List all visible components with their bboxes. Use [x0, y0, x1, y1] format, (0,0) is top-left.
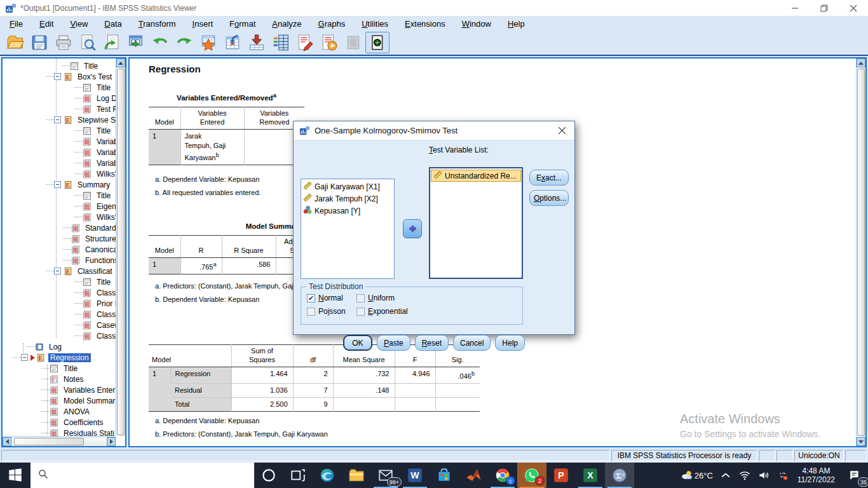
- scroll-up-icon[interactable]: [857, 58, 865, 67]
- edge-icon[interactable]: [313, 463, 342, 488]
- chrome-icon[interactable]: c: [488, 463, 517, 488]
- checkbox-normal[interactable]: ✔Normal: [307, 294, 350, 302]
- tree-item-variables-enter-30[interactable]: Variables Enter: [3, 384, 116, 395]
- wifi-icon[interactable]: [735, 463, 754, 488]
- tree-item-title-0[interactable]: Title: [3, 60, 116, 71]
- save-file-icon[interactable]: [27, 32, 51, 53]
- matlab-icon[interactable]: [459, 463, 488, 488]
- volume-icon[interactable]: [754, 463, 773, 488]
- tree-item-structure-m-16[interactable]: Structure M: [3, 233, 116, 244]
- cortana-icon[interactable]: [254, 463, 283, 488]
- tree-item-class-21[interactable]: Class: [3, 287, 116, 298]
- variable-kepuasan-y[interactable]: Kepuasan [Y]: [301, 205, 394, 217]
- menu-graphs[interactable]: Graphs: [310, 18, 354, 30]
- word-icon[interactable]: W: [400, 463, 430, 488]
- menu-help[interactable]: Help: [499, 18, 533, 30]
- menu-insert[interactable]: Insert: [184, 18, 222, 30]
- show-all-icon[interactable]: [365, 32, 390, 53]
- tree-item-wilks-14[interactable]: Wilks': [3, 212, 116, 222]
- outline-horizontal-scrollbar[interactable]: [3, 437, 116, 446]
- tree-item-eigenv-13[interactable]: Eigenv: [3, 201, 116, 212]
- tree-item-title-6[interactable]: Title: [3, 125, 116, 136]
- start-button[interactable]: [0, 463, 31, 488]
- go-to-case-icon[interactable]: [220, 32, 245, 53]
- tree-item-title-28[interactable]: Title: [3, 363, 116, 374]
- tree-item-casew-24[interactable]: Casew: [3, 320, 116, 330]
- taskbar-clock[interactable]: 4:48 AM11/27/2022: [792, 466, 840, 484]
- file-explorer-icon[interactable]: [342, 463, 371, 488]
- notifications-icon[interactable]: 35: [840, 463, 868, 488]
- collapse-icon[interactable]: [54, 116, 61, 123]
- collapse-icon[interactable]: [54, 268, 61, 274]
- tree-item-regression-27[interactable]: ERegression: [3, 352, 116, 363]
- weather-icon[interactable]: 26°C: [677, 463, 716, 488]
- mail-icon[interactable]: 99+: [371, 463, 400, 488]
- edit-output-icon[interactable]: [293, 32, 317, 53]
- scroll-left-icon[interactable]: [3, 437, 11, 446]
- run-script-icon[interactable]: [317, 32, 341, 53]
- tree-item-stepwise-s-5[interactable]: EStepwise S: [3, 114, 116, 125]
- close-icon[interactable]: [839, 0, 868, 16]
- close-icon[interactable]: [549, 121, 574, 140]
- tree-item-title-2[interactable]: Title: [3, 82, 116, 93]
- scrollbar-thumb[interactable]: [117, 69, 125, 435]
- tree-item-coefficients-33[interactable]: Coefficients: [3, 417, 116, 428]
- tree-item-class-23[interactable]: Class: [3, 309, 116, 320]
- menu-transform[interactable]: Transform: [130, 18, 184, 30]
- options-button[interactable]: Options...: [529, 190, 569, 206]
- variable-unstandardized-re[interactable]: Unstandardized Re...: [431, 170, 521, 182]
- tree-item-wilks-10[interactable]: Wilks': [3, 168, 116, 179]
- tree-item-anova-32[interactable]: ANOVA: [3, 406, 116, 417]
- reset-button[interactable]: Reset: [415, 335, 449, 351]
- tree-item-summary-11[interactable]: ESummary: [3, 179, 116, 190]
- minimize-icon[interactable]: [780, 0, 810, 16]
- menu-edit[interactable]: Edit: [31, 18, 62, 30]
- sync-error-icon[interactable]: [773, 463, 792, 488]
- menu-window[interactable]: Window: [454, 18, 499, 30]
- tree-item-model-summar-31[interactable]: Model Summar: [3, 395, 116, 406]
- tree-item-log-26[interactable]: Log: [3, 341, 116, 352]
- print-preview-icon[interactable]: [76, 32, 100, 53]
- print-icon[interactable]: [51, 32, 76, 53]
- powerpoint-icon[interactable]: P: [546, 463, 576, 488]
- variable-gaji-karyawan-x1[interactable]: Gaji Karyawan [X1]: [301, 180, 394, 193]
- tree-item-title-20[interactable]: Title: [3, 276, 116, 287]
- tree-item-classificat-19[interactable]: EClassificat: [3, 266, 116, 276]
- anova-table[interactable]: ModelSum ofSquaresdfMean SquareFSig.1Reg…: [149, 344, 480, 412]
- tree-item-functions-18[interactable]: Functions: [3, 255, 116, 266]
- tree-item-log-d-3[interactable]: Log D: [3, 93, 116, 104]
- dialog-title-bar[interactable]: One-Sample Kolmogorov-Smirnov Test: [294, 121, 574, 140]
- paste-button[interactable]: Paste: [377, 335, 410, 351]
- scroll-down-icon[interactable]: [857, 437, 865, 446]
- tree-item-notes-29[interactable]: Notes: [3, 374, 116, 384]
- scroll-right-icon[interactable]: [107, 437, 116, 446]
- ok-button[interactable]: OK: [343, 335, 372, 351]
- help-button[interactable]: Help: [495, 335, 525, 351]
- task-view-icon[interactable]: [283, 463, 313, 488]
- tree-item-title-12[interactable]: Title: [3, 190, 116, 201]
- menu-analyze[interactable]: Analyze: [264, 18, 309, 30]
- variable-jarak-tempuh-x2[interactable]: Jarak Tempuh [X2]: [301, 193, 394, 205]
- checkbox-poisson[interactable]: Poisson: [307, 307, 350, 316]
- menu-view[interactable]: View: [62, 18, 96, 30]
- collapse-icon[interactable]: [21, 354, 28, 361]
- scroll-up-icon[interactable]: [116, 58, 125, 67]
- whatsapp-icon[interactable]: 2: [517, 463, 546, 488]
- test-variable-list[interactable]: Unstandardized Re...: [429, 167, 523, 279]
- output-vertical-scrollbar[interactable]: [856, 58, 865, 446]
- export-output-icon[interactable]: [124, 32, 148, 53]
- tree-item-variab-8[interactable]: Variab: [3, 147, 116, 158]
- tree-item-class-25[interactable]: Class: [3, 330, 116, 341]
- tree-item-prior-p-22[interactable]: Prior P: [3, 298, 116, 309]
- checkbox-uniform[interactable]: Uniform: [356, 294, 408, 302]
- variables-list-icon[interactable]: [269, 32, 293, 53]
- insert-variables-icon[interactable]: [245, 32, 269, 53]
- scrollbar-thumb[interactable]: [857, 69, 865, 436]
- go-to-favorites-icon[interactable]: [196, 32, 220, 53]
- menu-extensions[interactable]: Extensions: [397, 18, 454, 30]
- show-hidden-icons-chevron[interactable]: [716, 463, 735, 488]
- tree-item-standardiz-15[interactable]: Standardiz: [3, 222, 116, 233]
- tree-item-residuals-stati-34[interactable]: Residuals Stati: [3, 428, 116, 437]
- scrollbar-thumb[interactable]: [14, 438, 84, 445]
- store-icon[interactable]: [430, 463, 459, 488]
